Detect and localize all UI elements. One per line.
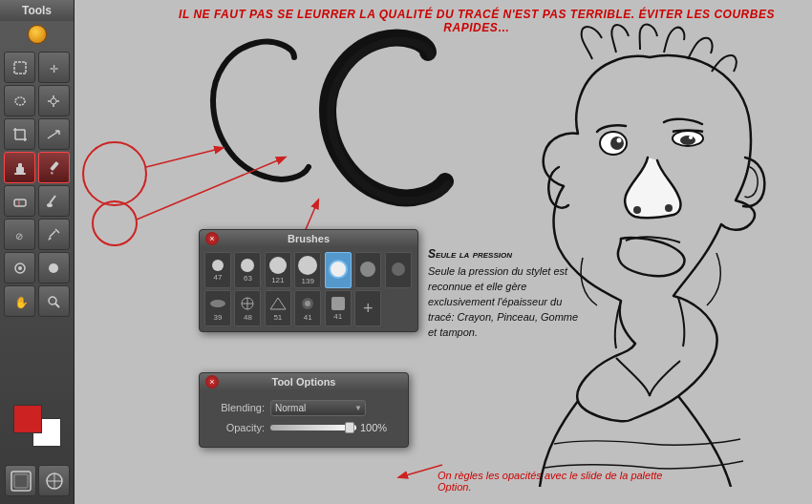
brush-add-button[interactable]: +	[354, 290, 381, 326]
svg-point-33	[49, 297, 56, 304]
eyedropper-tool[interactable]	[38, 219, 70, 250]
opacity-value: 100%	[360, 422, 387, 433]
opacity-handle[interactable]	[345, 422, 354, 433]
svg-point-49	[305, 301, 310, 306]
blend-select-wrapper: Normal Multiply Screen Overlay ▼	[270, 398, 366, 416]
brush-strokes-area	[160, 29, 504, 220]
opacity-label: Opacity:	[209, 422, 265, 433]
svg-line-26	[55, 229, 59, 233]
brush-item-10[interactable]: 51	[265, 290, 291, 326]
tool-options-close-button[interactable]: ×	[205, 375, 219, 388]
lasso-tool[interactable]	[4, 85, 35, 116]
cartoon-svg	[506, 19, 793, 487]
svg-rect-18	[14, 173, 26, 175]
tool-indicator	[28, 25, 47, 44]
brushes-panel: × Brushes 47 63 121 139	[199, 229, 418, 332]
dodge-tool[interactable]	[4, 252, 35, 284]
brush-item-4[interactable]: 139	[294, 252, 321, 288]
svg-rect-19	[50, 160, 58, 170]
stamp-tool[interactable]	[4, 152, 35, 183]
brush-item-6[interactable]	[354, 252, 381, 288]
svg-marker-20	[51, 172, 53, 175]
rect-select-tool[interactable]	[4, 52, 35, 83]
tool-highlight-circle-2	[92, 200, 138, 246]
main-canvas-area: Il ne faut pas se leurrer la qualité du …	[75, 0, 812, 504]
crop-tool[interactable]	[4, 118, 35, 150]
svg-point-53	[617, 138, 622, 143]
svg-marker-47	[270, 298, 286, 309]
svg-point-30	[18, 266, 22, 270]
foreground-color-swatch[interactable]	[13, 405, 42, 433]
svg-point-52	[610, 136, 624, 150]
quick-mask-tool[interactable]	[5, 465, 36, 496]
tool-options-panel-title: Tool Options	[271, 376, 335, 388]
svg-text:✋: ✋	[14, 295, 28, 309]
svg-point-3	[15, 97, 25, 105]
fill-tool[interactable]: ⊘	[4, 219, 35, 250]
tools-panel: Tools ✛	[0, 0, 75, 504]
svg-point-24	[47, 203, 53, 207]
brush-item-12[interactable]: 41	[325, 290, 352, 326]
svg-rect-0	[14, 62, 26, 74]
brush-item-11[interactable]: 41	[294, 290, 321, 326]
svg-rect-17	[18, 163, 22, 168]
view-tool[interactable]	[38, 465, 70, 496]
opacity-slider[interactable]	[270, 425, 356, 430]
bottom-tools	[5, 465, 70, 496]
brush-item-3[interactable]: 121	[265, 252, 291, 288]
svg-line-50	[399, 465, 442, 477]
svg-text:✛: ✛	[50, 63, 58, 74]
brushes-close-button[interactable]: ×	[205, 232, 219, 245]
svg-line-23	[50, 196, 55, 203]
brush-item-7[interactable]	[385, 252, 412, 288]
foreground-background-colors[interactable]	[13, 405, 61, 447]
svg-text:⊘: ⊘	[15, 231, 23, 242]
brush-item-8[interactable]: 39	[204, 290, 231, 326]
svg-line-34	[55, 304, 59, 307]
brushes-grid: 47 63 121 139	[200, 247, 417, 331]
svg-rect-36	[14, 474, 28, 488]
move-tool[interactable]: ✛	[38, 52, 70, 83]
blending-select[interactable]: Normal Multiply Screen Overlay	[270, 400, 366, 416]
hand-tool[interactable]: ✋	[4, 285, 35, 317]
svg-marker-28	[48, 237, 52, 241]
opacity-slider-container: 100%	[270, 422, 398, 433]
tool-options-content: Blending: Normal Multiply Screen Overlay…	[200, 390, 408, 447]
svg-point-55	[680, 136, 695, 145]
svg-point-8	[51, 98, 56, 104]
magic-wand-tool[interactable]	[38, 85, 70, 116]
zoom-tool[interactable]	[38, 285, 70, 317]
brushes-panel-title: Brushes	[288, 233, 330, 244]
eraser-tool[interactable]	[4, 185, 35, 217]
brushes-title-bar: × Brushes	[200, 230, 417, 247]
tools-title: Tools	[0, 0, 74, 21]
svg-point-31	[49, 263, 58, 273]
svg-point-43	[210, 300, 225, 307]
bottom-arrow	[390, 460, 447, 484]
cartoon-character-area	[506, 19, 793, 487]
burn-tool[interactable]	[38, 252, 70, 284]
brush-item-5-active[interactable]	[325, 252, 352, 288]
svg-line-27	[50, 231, 55, 237]
svg-point-58	[665, 204, 673, 212]
brush-item-1[interactable]: 47	[204, 252, 231, 288]
svg-point-56	[689, 136, 693, 139]
brush-item-9[interactable]: 48	[234, 290, 261, 326]
svg-rect-21	[14, 200, 26, 206]
blending-label: Blending:	[209, 402, 265, 413]
tool-options-panel: × Tool Options Blending: Normal Multiply…	[199, 372, 409, 448]
svg-point-57	[633, 206, 641, 214]
brush-item-2[interactable]: 63	[234, 252, 261, 288]
svg-line-13	[48, 131, 59, 138]
pencil-tool[interactable]	[38, 152, 70, 183]
straighten-tool[interactable]	[38, 118, 70, 150]
color-swatch-area	[5, 405, 70, 447]
blending-row: Blending: Normal Multiply Screen Overlay…	[209, 398, 398, 416]
tool-options-title-bar: × Tool Options	[200, 373, 408, 390]
tool-highlight-circle-1	[82, 141, 147, 206]
brush-tool[interactable]	[38, 185, 70, 217]
opacity-row: Opacity: 100%	[209, 422, 398, 433]
